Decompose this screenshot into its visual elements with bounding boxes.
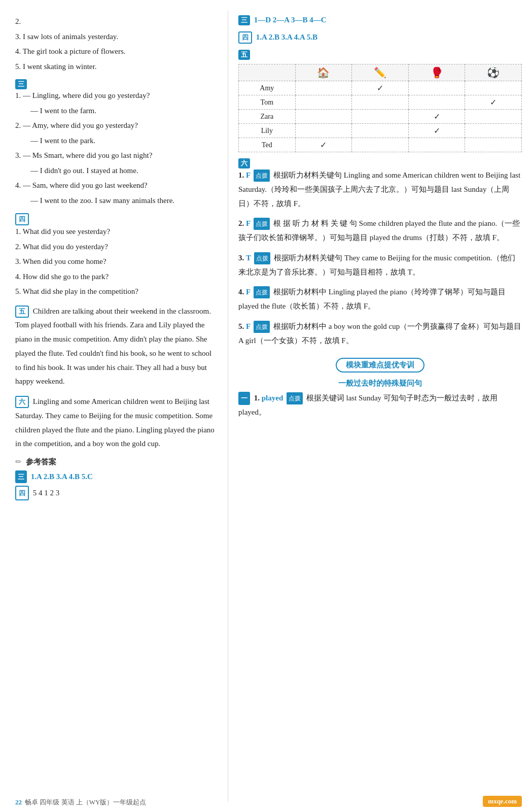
table-row: Amy ✓ (239, 81, 522, 95)
glove-icon: 🥊 (431, 67, 443, 78)
lily-pen (352, 124, 409, 138)
list-item: 4. The girl took a picture of flowers. (15, 45, 218, 58)
right-section-6-ans: 六 1. F 点拨 根据听力材料关键句 Lingling and some Am… (238, 158, 522, 348)
module-icon-1: 一 (238, 392, 250, 405)
amy-house (295, 81, 352, 95)
page-number: 22 (15, 798, 22, 806)
right-column: 三 1—D 2—A 3—B 4—C 四 1.A 2.B 3.A 4.A 5.B … (228, 10, 532, 802)
passage-6: Lingling and some American children went… (15, 397, 215, 448)
tip-label-1: 点拨 (254, 170, 270, 182)
ans-val-2: F (246, 219, 252, 227)
passage-5: Children are talking about their weekend… (15, 307, 211, 386)
amy-pen: ✓ (352, 81, 409, 95)
ans-num-1: 1. (238, 171, 244, 179)
ans-6-3: 3. T 点拨 根据听力材料关键句 They came to Beijing f… (238, 251, 522, 280)
bottom-bar: 22 畅卓 四年级 英语 上（WY版）一年级起点 (0, 798, 228, 807)
ans-val-4: F (246, 288, 252, 296)
right-section-5: 五 🏠 ✏️ 🥊 (238, 50, 522, 152)
ans-text-3: 根据听力材料关键句 They came to Beijing for the m… (238, 254, 515, 276)
module-section: 模块重难点提优专训 一般过去时的特殊疑问句 一 1. played 点拨 根据关… (238, 354, 522, 420)
dialogue-1-q: 1. — Lingling, where did you go yesterda… (15, 89, 218, 103)
list-item: 3. I saw lots of animals yesterday. (15, 30, 218, 44)
tip-label-2: 点拨 (254, 218, 270, 230)
module-subtitle: 一般过去时的特殊疑问句 (238, 379, 522, 388)
module-val-1: played (262, 394, 285, 402)
name-zara: Zara (239, 110, 296, 124)
ans-text-4: 根据听力材料中 Lingling played the piano（玲玲弹了钢琴… (238, 288, 506, 310)
lily-glove: ✓ (408, 124, 465, 138)
module-title: 模块重难点提优专训 (336, 358, 424, 373)
zara-house (295, 110, 352, 124)
name-ted: Ted (239, 138, 296, 152)
right-icon-3: 三 (238, 15, 250, 25)
q2: 2. What did you do yesterday? (15, 241, 218, 254)
right-icon-5: 五 (238, 50, 250, 60)
dialogue-1-a: — I went to the farm. (15, 105, 218, 118)
dialogue-2-a: — I went to the park. (15, 134, 218, 148)
q4: 4. How did she go to the park? (15, 270, 218, 284)
ans-val-5: F (246, 322, 252, 330)
tip-label-4: 点拨 (254, 286, 270, 298)
amy-glove (408, 81, 465, 95)
section-icon-5: 五 (15, 306, 29, 318)
amy-ball (465, 81, 522, 95)
book-title: 畅卓 四年级 英语 上（WY版）一年级起点 (25, 798, 146, 807)
section-5-passage: 五 Children are talking about their weeke… (15, 304, 218, 389)
table-row: Tom ✓ (239, 95, 522, 110)
tom-house (295, 95, 352, 110)
right-section-3-ans: 三 1—D 2—A 3—B 4—C (238, 15, 522, 25)
ans-num-4: 4. (238, 288, 244, 296)
dialogue-4-a: — I went to the zoo. I saw many animals … (15, 194, 218, 208)
ted-house: ✓ (295, 138, 352, 152)
ans-text-5: 根据听力材料中 a boy won the gold cup（一个男孩赢得了金杯… (238, 322, 521, 345)
right-section-4-ans: 四 1.A 2.B 3.A 4.A 5.B (238, 31, 522, 44)
watermark-area: mxqe.com (483, 796, 522, 807)
answer-si-val: 5 4 1 2 3 (33, 489, 60, 497)
watermark-text: mxqe.com (483, 796, 522, 807)
lily-house (295, 124, 352, 138)
ans-num-2: 2. (238, 219, 244, 227)
ref-answers-section: ✏ 参考答案 三 1.A 2.B 3.A 4.B 5.C 四 5 4 1 2 3 (15, 457, 218, 500)
answer-icon-si: 四 (15, 486, 29, 500)
ted-glove (408, 138, 465, 152)
ans-num-5: 5. (238, 322, 244, 330)
dialogue-4-q: 4. — Sam, where did you go last weekend? (15, 179, 218, 192)
zara-pen (352, 110, 409, 124)
item-text: I saw lots of animals yesterday. (23, 32, 118, 41)
tom-ball: ✓ (465, 95, 522, 110)
section-4-questions: 四 1. What did you see yesterday? 2. What… (15, 213, 218, 298)
answer-san-val: 1.A 2.B 3.A 4.B 5.C (31, 472, 93, 481)
ans-text-1: 根据听力材料关键句 Lingling and some American chi… (238, 171, 520, 208)
list-item: 2. (15, 15, 218, 28)
ans-6-4: 4. F 点拨 根据听力材料中 Lingling played the pian… (238, 285, 522, 314)
name-tom: Tom (239, 95, 296, 110)
dialogue-3-a: — I didn't go out. I stayed at home. (15, 164, 218, 178)
tom-pen (352, 95, 409, 110)
ted-pen (352, 138, 409, 152)
ans-val-1: F (246, 171, 252, 179)
tom-glove (408, 95, 465, 110)
ref-answer-title: ✏ 参考答案 (15, 457, 218, 467)
name-lily: Lily (239, 124, 296, 138)
table-row: Zara ✓ (239, 110, 522, 124)
page: 2. 3. I saw lots of animals yesterday. 4… (0, 0, 532, 812)
module-tip-1: 点拨 (287, 392, 303, 404)
section-icon-4: 四 (15, 213, 29, 225)
ans-6-5: 5. F 点拨 根据听力材料中 a boy won the gold cup（一… (238, 320, 522, 348)
answer-row-si: 四 5 4 1 2 3 (15, 486, 218, 500)
item-num: 3. (15, 32, 21, 41)
item-text: I went skating in winter. (23, 62, 96, 71)
right-icon-4: 四 (238, 31, 252, 44)
ball-icon: ⚽ (487, 67, 500, 78)
lily-ball (465, 124, 522, 138)
check-table: 🏠 ✏️ 🥊 ⚽ Amy (238, 64, 522, 152)
pen-icon: ✏ (15, 458, 22, 466)
house-icon: 🏠 (317, 67, 330, 78)
ted-ball (465, 138, 522, 152)
right-ans-3: 1—D 2—A 3—B 4—C (254, 16, 327, 24)
right-ans-4: 1.A 2.B 3.A 4.A 5.B (256, 33, 317, 41)
dialogue-2-q: 2. — Amy, where did you go yesterday? (15, 119, 218, 132)
table-header-ball: ⚽ (465, 64, 522, 81)
tip-label-5: 点拨 (254, 321, 270, 333)
ans-6-1: 1. F 点拨 根据听力材料关键句 Lingling and some Amer… (238, 168, 522, 211)
